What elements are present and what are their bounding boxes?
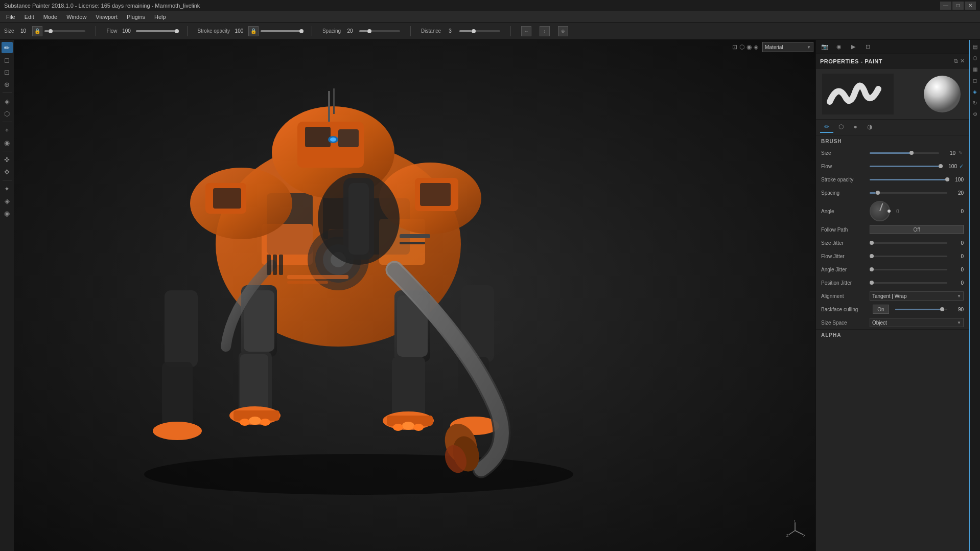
materials-icon[interactable]: ⬡: [970, 53, 979, 62]
settings-icon[interactable]: ⚙: [970, 109, 979, 119]
render-icon[interactable]: ◉: [833, 41, 845, 53]
flow-check-icon[interactable]: ✓: [959, 163, 964, 170]
spacing-prop-slider[interactable]: [870, 192, 947, 194]
flow-slider[interactable]: [136, 30, 177, 32]
svg-point-70: [924, 76, 961, 112]
size-edit-icon[interactable]: ✎: [958, 150, 964, 156]
brush-stencil-tab[interactable]: ◑: [863, 122, 876, 133]
display-icon[interactable]: ◈: [970, 87, 979, 96]
brush-material-tab[interactable]: ●: [849, 122, 862, 133]
viewport-icon3[interactable]: ◉: [746, 43, 752, 51]
size-jitter-slider[interactable]: [870, 242, 947, 244]
dropdown-arrow: ▼: [807, 45, 811, 50]
viewport-icon4[interactable]: ◈: [754, 43, 758, 51]
left-sep2: [3, 122, 12, 122]
minimize-button[interactable]: —: [940, 2, 951, 10]
clone-tool-btn[interactable]: ⊕: [2, 79, 13, 90]
spacing-slider[interactable]: [359, 30, 400, 32]
bake-icon[interactable]: ◻: [970, 76, 979, 85]
svg-rect-24: [240, 354, 268, 410]
sym-x-icon[interactable]: ↔: [521, 26, 531, 36]
menu-file[interactable]: File: [2, 12, 19, 22]
camera-icon[interactable]: 📷: [819, 41, 830, 53]
layers-icon[interactable]: ▤: [970, 42, 979, 51]
svg-point-34: [153, 422, 202, 440]
angle-jitter-slider[interactable]: [870, 269, 947, 270]
close-button[interactable]: ✕: [965, 2, 976, 10]
brush-texture-tab[interactable]: ⬡: [834, 122, 848, 133]
smudge-tool-btn[interactable]: ⌖: [2, 125, 13, 136]
size-space-row: Size Space Object ▼: [816, 316, 969, 329]
left-sep3: [3, 151, 12, 151]
transform-btn[interactable]: ✥: [2, 166, 13, 177]
textures-icon[interactable]: ▦: [970, 64, 979, 74]
svg-point-55: [240, 419, 250, 426]
size-space-dropdown[interactable]: Object ▼: [870, 318, 964, 327]
viewport-icon2[interactable]: ⬡: [739, 43, 744, 51]
materials-btn[interactable]: ◈: [2, 195, 13, 206]
menu-mode[interactable]: Mode: [39, 12, 62, 22]
stroke-opacity-slider-container: 100: [870, 177, 964, 182]
size-jitter-container: 0: [870, 240, 964, 246]
stroke-opacity-prop-slider[interactable]: [870, 179, 947, 180]
brush-section-title: BRUSH: [816, 135, 969, 146]
svg-line-64: [789, 531, 795, 535]
select-tool-btn[interactable]: ◈: [2, 96, 13, 107]
alignment-dropdown[interactable]: Tangent | Wrap ▼: [870, 291, 964, 301]
size-prop-value: 10: [941, 150, 955, 156]
menu-edit[interactable]: Edit: [20, 12, 38, 22]
video-icon[interactable]: ▶: [848, 41, 859, 53]
backface-culling-toggle[interactable]: On: [873, 305, 889, 314]
svg-rect-32: [165, 290, 198, 367]
svg-rect-29: [392, 357, 425, 418]
size-prop-label: Size: [821, 150, 870, 156]
spacing-prop-label: Spacing: [821, 190, 870, 196]
prop-close-icon[interactable]: ✕: [960, 58, 965, 64]
stroke-opacity-slider[interactable]: [261, 30, 301, 32]
backface-culling-value: 90: [949, 307, 964, 312]
left-sep1: [3, 93, 12, 93]
menu-help[interactable]: Help: [150, 12, 170, 22]
sym-y-icon[interactable]: ↕: [540, 26, 550, 36]
menu-window[interactable]: Window: [62, 12, 90, 22]
brush-stroke-preview: [822, 74, 894, 114]
size-slider[interactable]: [44, 30, 85, 32]
svg-rect-11: [305, 127, 331, 147]
size-prop-slider[interactable]: [870, 152, 939, 154]
size-lock-icon[interactable]: 🔒: [32, 26, 42, 36]
stroke-lock-icon[interactable]: 🔒: [248, 26, 259, 36]
flow-prop-slider[interactable]: [870, 166, 941, 167]
maximize-button[interactable]: □: [952, 2, 964, 10]
menu-plugins[interactable]: Plugins: [123, 12, 149, 22]
position-jitter-slider[interactable]: [870, 282, 947, 284]
angle-dial[interactable]: [870, 201, 890, 221]
angle-dial-container: 0: [870, 201, 899, 221]
material-dropdown[interactable]: Material ▼: [762, 42, 813, 52]
eraser-tool-btn[interactable]: ◻: [2, 54, 13, 65]
backface-culling-slider[interactable]: [895, 309, 947, 310]
sym-radial-icon[interactable]: ⊕: [558, 26, 568, 36]
flow-group: Flow 100: [106, 28, 176, 34]
polygon-fill-btn[interactable]: ⬡: [2, 108, 13, 119]
viewport-icon1[interactable]: ⊡: [732, 43, 737, 51]
menu-viewport[interactable]: Viewport: [91, 12, 122, 22]
follow-path-row: Follow Path Off: [816, 223, 969, 236]
drag-stamp-btn[interactable]: ✜: [2, 154, 13, 165]
flow-jitter-slider[interactable]: [870, 256, 947, 257]
stroke-opacity-label: Stroke opacity: [198, 28, 230, 34]
spacing-row: Spacing 20: [816, 186, 969, 199]
blur-tool-btn[interactable]: ◉: [2, 137, 13, 148]
angle-prop-value: 0: [896, 209, 899, 214]
eyedropper-btn[interactable]: ✦: [2, 183, 13, 194]
prop-expand-icon[interactable]: ⧉: [954, 58, 958, 64]
snapshot-icon[interactable]: ⊡: [862, 41, 873, 53]
brush-stroke-tab[interactable]: ✏: [820, 122, 833, 133]
projection-tool-btn[interactable]: ⊡: [2, 66, 13, 78]
history-icon[interactable]: ↻: [970, 98, 979, 107]
paint-tool-btn[interactable]: ✏: [2, 42, 13, 53]
viewport[interactable]: ⊡ ⬡ ◉ ◈ Material ▼ X Z Y: [14, 40, 815, 551]
smart-material-btn[interactable]: ◉: [2, 208, 13, 219]
follow-path-btn[interactable]: Off: [870, 225, 964, 234]
xyz-gizmo: X Z Y: [785, 520, 805, 541]
distance-slider[interactable]: [459, 30, 500, 32]
